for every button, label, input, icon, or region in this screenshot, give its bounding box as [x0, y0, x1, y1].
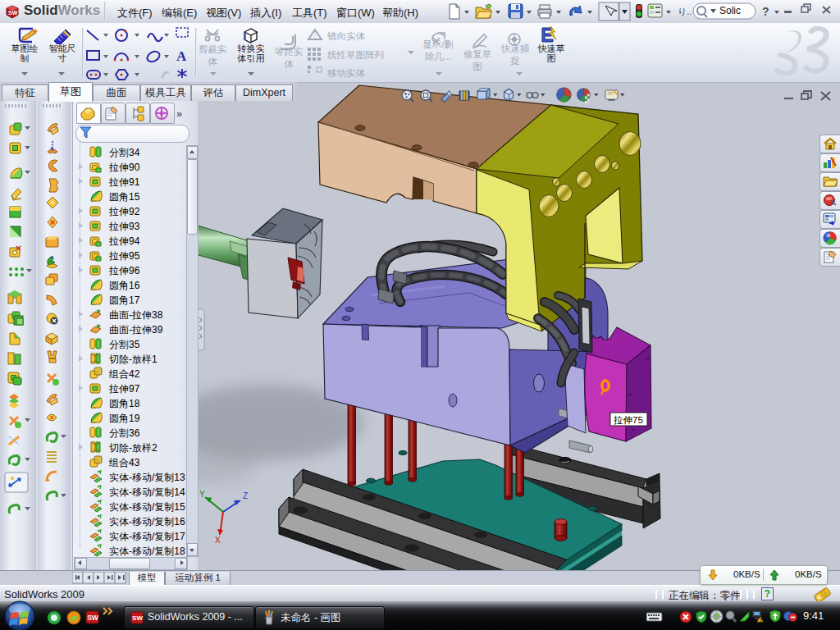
svg-text:り..: り..	[678, 7, 692, 16]
svg-text:!: !	[760, 618, 762, 623]
svg-text:Y: Y	[199, 490, 205, 499]
svg-text:SW: SW	[8, 10, 18, 16]
svg-text:A: A	[176, 48, 187, 64]
svg-text:?: ?	[762, 5, 769, 18]
svg-text:Solic: Solic	[719, 5, 741, 16]
svg-text:拉伸75: 拉伸75	[613, 415, 643, 425]
svg-text:X: X	[215, 536, 221, 545]
svg-text:Z: Z	[243, 491, 248, 500]
svg-text:SW: SW	[87, 614, 99, 622]
svg-text:SW: SW	[132, 614, 143, 622]
